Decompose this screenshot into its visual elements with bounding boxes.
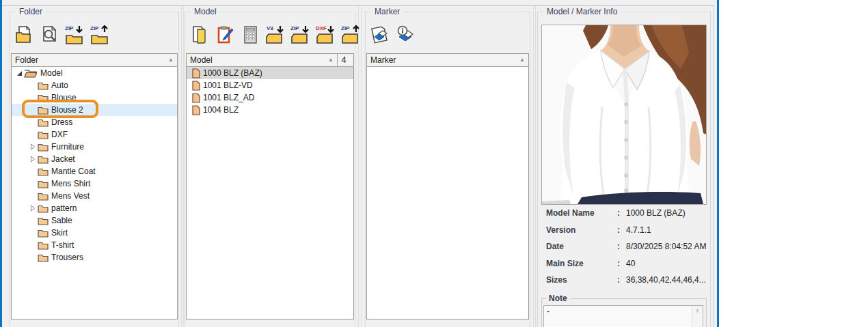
model-item-1001-blz-vd[interactable]: 1001 BLZ-VD	[187, 79, 353, 91]
model-file-icon	[192, 68, 200, 79]
search-folder-button[interactable]	[38, 23, 62, 46]
calculator-button[interactable]	[239, 23, 262, 46]
marker-groupbox: Marker	[365, 12, 530, 327]
expand-collapsed-icon[interactable]	[29, 143, 36, 150]
tree-item-jacket[interactable]: Jacket	[12, 153, 177, 165]
svg-text:ZIP: ZIP	[290, 25, 299, 31]
zip-import-icon: ZIP	[290, 24, 312, 46]
splitter-line[interactable]	[533, 6, 534, 327]
folder-list-header-label: Folder	[15, 55, 38, 65]
note-groupbox: Note - ∧	[541, 298, 707, 327]
note-scrollbar[interactable]: ∧	[692, 306, 703, 327]
folder-list-header[interactable]: Folder ▲	[12, 54, 177, 67]
window-accent-border-left	[0, 0, 2, 327]
tree-item-trousers[interactable]: Trousers	[12, 251, 177, 264]
info-field-main-size: Main Size:40	[546, 259, 707, 270]
tree-item-pattern[interactable]: pattern	[12, 202, 177, 214]
tree-item-model[interactable]: Model	[12, 67, 177, 79]
model-groupbox: Model	[185, 12, 355, 327]
info-field-version: Version:4.7.1.1	[546, 225, 707, 236]
folder-tree: Model Auto Blouse	[12, 67, 177, 319]
splitter-line[interactable]	[181, 6, 182, 327]
dxf-import-button[interactable]: DXF	[314, 23, 338, 46]
tree-item-mens-shirt[interactable]: Mens Shirt	[12, 177, 177, 190]
marker-list-header[interactable]: Marker ▲	[367, 54, 528, 67]
info-groupbox: Model / Marker Info	[537, 12, 711, 327]
screen: Folder ZIP	[0, 0, 868, 327]
model-list-header[interactable]: Model ▲ 4	[187, 54, 353, 67]
collapse-expanded-icon[interactable]	[16, 70, 23, 76]
splitter-line[interactable]	[535, 6, 536, 327]
marker-info-button[interactable]	[394, 23, 417, 46]
model-list-body: 1000 BLZ (BAZ) 1001 BLZ-VD 1001 BLZ_AD	[187, 67, 353, 319]
v3-import-icon: V3	[265, 24, 286, 46]
folder-groupbox: Folder ZIP	[10, 12, 179, 327]
zip-export-folder-button[interactable]: ZIP	[89, 23, 112, 46]
marker-groupbox-title: Marker	[371, 7, 403, 16]
folder-icon	[38, 167, 49, 176]
marker-list: Marker ▲	[366, 53, 529, 319]
application-window: Folder ZIP	[0, 0, 719, 327]
model-item-1000-blz-baz[interactable]: 1000 BLZ (BAZ)	[187, 67, 353, 79]
tree-item-blouse[interactable]: Blouse	[12, 91, 177, 104]
tree-item-mens-vest[interactable]: Mens Vest	[12, 190, 177, 202]
sort-ascending-icon: ▲	[328, 57, 334, 63]
note-content: -	[547, 307, 550, 316]
tree-item-t-shirt[interactable]: T-shirt	[12, 239, 177, 251]
model-item-1004-blz[interactable]: 1004 BLZ	[187, 104, 353, 116]
open-folder-icon	[14, 25, 35, 45]
splitter-line[interactable]	[361, 6, 362, 327]
search-folder-icon	[40, 25, 60, 45]
sort-ascending-icon: ▲	[519, 57, 525, 63]
folder-icon	[38, 143, 49, 152]
info-field-sizes: Sizes:36,38,40,42,44,46,4...	[546, 275, 707, 286]
tree-item-auto[interactable]: Auto	[12, 79, 177, 91]
model-list-header-label: Model	[190, 55, 213, 65]
tree-item-mantle-coat[interactable]: Mantle Coat	[12, 165, 177, 177]
scroll-up-icon[interactable]: ∧	[695, 306, 700, 327]
edit-model-icon	[215, 25, 235, 45]
info-groupbox-title: Model / Marker Info	[543, 7, 621, 16]
new-model-button[interactable]	[188, 23, 211, 46]
splitter-line[interactable]	[183, 6, 184, 327]
svg-text:ZIP: ZIP	[90, 25, 99, 31]
open-folder-button[interactable]	[13, 23, 36, 46]
model-photo	[541, 25, 707, 205]
zip-export-icon: ZIP	[340, 24, 362, 46]
edit-model-button[interactable]	[213, 23, 236, 46]
folder-icon	[38, 180, 49, 188]
zip-import-button[interactable]: ZIP	[289, 23, 312, 46]
tree-item-furniture[interactable]: Furniture	[12, 141, 177, 153]
tree-item-dress[interactable]: Dress	[12, 116, 177, 128]
folder-icon	[38, 94, 49, 102]
marker-toolbar	[368, 23, 417, 46]
model-list: Model ▲ 4 1000 BLZ (BAZ)	[186, 53, 354, 319]
splitter-line[interactable]	[358, 6, 359, 327]
expand-collapsed-icon[interactable]	[29, 205, 36, 212]
tree-item-skirt[interactable]: Skirt	[12, 227, 177, 239]
folder-groupbox-title: Folder	[16, 7, 46, 16]
expand-collapsed-icon[interactable]	[29, 156, 36, 162]
model-toolbar: V3 ZIP DXF	[188, 23, 363, 46]
folder-icon	[38, 216, 49, 225]
tree-item-sable[interactable]: Sable	[12, 214, 177, 227]
note-textarea[interactable]: - ∧	[543, 305, 703, 327]
zip-import-folder-button[interactable]: ZIP	[64, 23, 87, 46]
tree-item-dxf[interactable]: DXF	[12, 128, 177, 141]
marker-copy-button[interactable]	[368, 23, 392, 46]
dxf-import-icon: DXF	[315, 24, 337, 46]
folder-icon	[38, 155, 49, 164]
tree-item-blouse-2[interactable]: Blouse 2	[12, 104, 177, 116]
new-model-icon	[190, 25, 209, 45]
v3-import-button[interactable]: V3	[264, 23, 287, 46]
folder-icon	[38, 130, 49, 139]
info-field-date: Date:8/30/2025 8:04:52 AM	[546, 242, 707, 253]
svg-text:ZIP: ZIP	[341, 25, 350, 31]
note-groupbox-title: Note	[546, 294, 570, 303]
sort-ascending-icon: ▲	[168, 57, 174, 63]
blouse-photo-illustration	[542, 25, 706, 204]
zip-export-button[interactable]: ZIP	[340, 23, 363, 46]
model-file-icon	[192, 93, 200, 103]
folder-icon	[38, 118, 49, 127]
model-item-1001-blz-ad[interactable]: 1001 BLZ_AD	[187, 91, 353, 104]
